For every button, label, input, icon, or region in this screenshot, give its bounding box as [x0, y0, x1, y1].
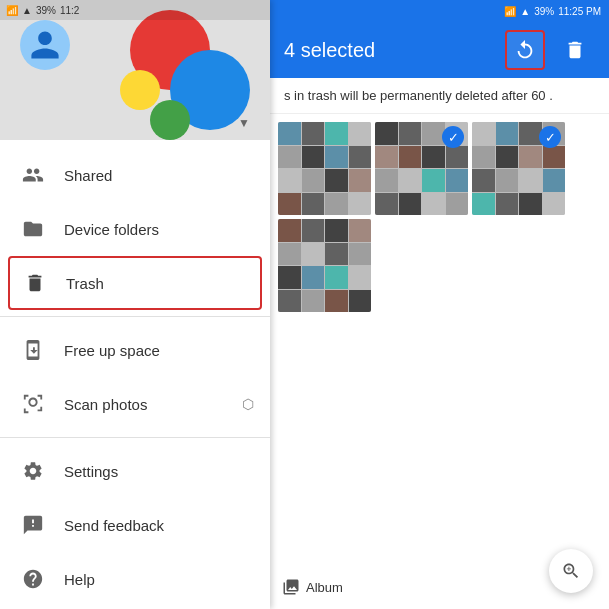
- folder-icon: [20, 216, 46, 242]
- album-button[interactable]: Album: [270, 565, 355, 609]
- help-icon: [20, 566, 46, 592]
- sidebar-item-help[interactable]: Help: [0, 552, 270, 606]
- album-label: Album: [306, 580, 343, 595]
- restore-button[interactable]: [505, 30, 545, 70]
- nav-items: Shared Device folders Trash: [0, 140, 270, 609]
- photo-check-2: ✓: [442, 126, 464, 148]
- sidebar-item-free-up-space[interactable]: Free up space: [0, 323, 270, 377]
- sidebar-item-settings-label: Settings: [64, 463, 118, 480]
- sidebar-item-free-up-space-label: Free up space: [64, 342, 160, 359]
- sidebar-item-help-label: Help: [64, 571, 95, 588]
- signal-icon: ▲: [22, 5, 32, 16]
- status-bar-left: 📶 ▲ 39% 11:2: [0, 0, 270, 20]
- wifi-icon-right: 📶: [504, 6, 516, 17]
- battery-right: 39%: [534, 6, 554, 17]
- sidebar-item-scan-photos-label: Scan photos: [64, 396, 147, 413]
- right-toolbar: 4 selected: [270, 22, 609, 78]
- zoom-button[interactable]: [549, 549, 593, 593]
- photo-thumb-1[interactable]: [278, 122, 371, 215]
- wifi-icon: 📶: [6, 5, 18, 16]
- trash-notice-text: s in trash will be permanently deleted a…: [284, 88, 546, 103]
- time-left: 11:2: [60, 5, 79, 16]
- logo-green: [150, 100, 190, 140]
- battery-left: 39%: [36, 5, 56, 16]
- sidebar-item-device-folders[interactable]: Device folders: [0, 202, 270, 256]
- divider-2: [0, 437, 270, 438]
- sidebar-item-device-folders-label: Device folders: [64, 221, 159, 238]
- delete-icon: [564, 39, 586, 61]
- delete-button[interactable]: [555, 30, 595, 70]
- sidebar-item-trash-label: Trash: [66, 275, 104, 292]
- right-panel: 📶 ▲ 39% 11:25 PM 4 selected s in trash w…: [270, 0, 609, 609]
- divider-1: [0, 316, 270, 317]
- sidebar-item-send-feedback[interactable]: Send feedback: [0, 498, 270, 552]
- dropdown-arrow-icon[interactable]: ▼: [238, 116, 250, 130]
- phone-upload-icon: [20, 337, 46, 363]
- photo-thumb-2[interactable]: ✓: [375, 122, 468, 215]
- photo-mosaic-1: [278, 122, 371, 215]
- people-icon: [20, 162, 46, 188]
- left-panel: 📶 ▲ 39% 11:2 ▼ Shared: [0, 0, 270, 609]
- logo-yellow: [120, 70, 160, 110]
- trash-notice: s in trash will be permanently deleted a…: [270, 78, 609, 114]
- photo-thumb-4[interactable]: [278, 219, 371, 312]
- photo-thumb-3[interactable]: ✓: [472, 122, 565, 215]
- selected-count-label: 4 selected: [284, 39, 495, 62]
- feedback-icon: [20, 512, 46, 538]
- album-icon: [282, 578, 300, 596]
- zoom-icon: [561, 561, 581, 581]
- sidebar-item-settings[interactable]: Settings: [0, 444, 270, 498]
- photo-mosaic-4: [278, 219, 371, 312]
- avatar[interactable]: [20, 20, 70, 70]
- photos-grid: ✓ ✓: [270, 114, 609, 609]
- sidebar-item-send-feedback-label: Send feedback: [64, 517, 164, 534]
- person-icon: [28, 28, 62, 62]
- signal-icon-right: ▲: [520, 6, 530, 17]
- trash-icon: [22, 270, 48, 296]
- photo-check-3: ✓: [539, 126, 561, 148]
- sidebar-item-shared-label: Shared: [64, 167, 112, 184]
- sidebar-item-scan-photos[interactable]: Scan photos ⬡: [0, 377, 270, 431]
- sidebar-item-trash[interactable]: Trash: [8, 256, 262, 310]
- gear-icon: [20, 458, 46, 484]
- external-link-icon: ⬡: [242, 396, 254, 412]
- restore-icon: [514, 39, 536, 61]
- status-bar-right: 📶 ▲ 39% 11:25 PM: [270, 0, 609, 22]
- camera-scan-icon: [20, 391, 46, 417]
- sidebar-item-shared[interactable]: Shared: [0, 148, 270, 202]
- trash-notice-text2: .: [549, 88, 553, 103]
- time-right: 11:25 PM: [558, 6, 601, 17]
- header-banner: 📶 ▲ 39% 11:2 ▼: [0, 0, 270, 140]
